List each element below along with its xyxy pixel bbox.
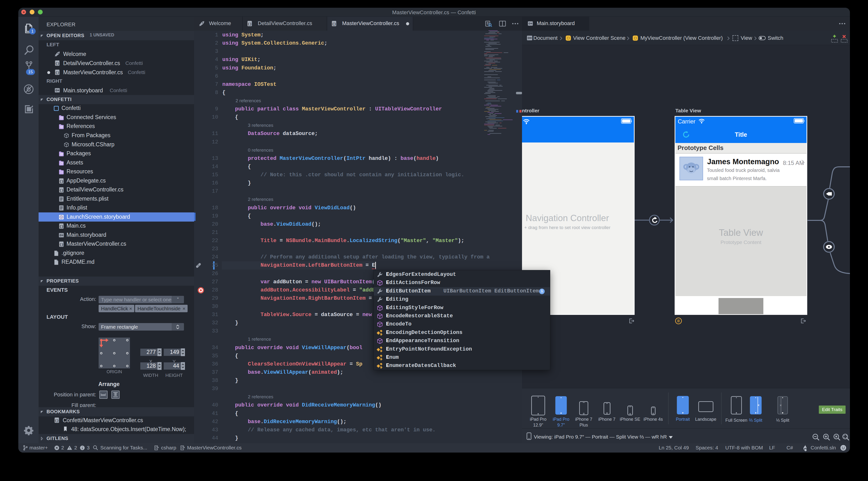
svg-text:{}: {} (332, 22, 336, 26)
svg-text:{}: {} (248, 22, 251, 26)
svg-text:{}: {} (59, 243, 63, 246)
svg-text:{}: {} (55, 71, 59, 74)
svg-text:{}: {} (59, 188, 63, 192)
svg-text:{}: {} (59, 180, 63, 183)
svg-text:{}: {} (55, 62, 59, 65)
svg-text:{}: {} (55, 419, 59, 422)
svg-text:{}: {} (59, 224, 63, 228)
